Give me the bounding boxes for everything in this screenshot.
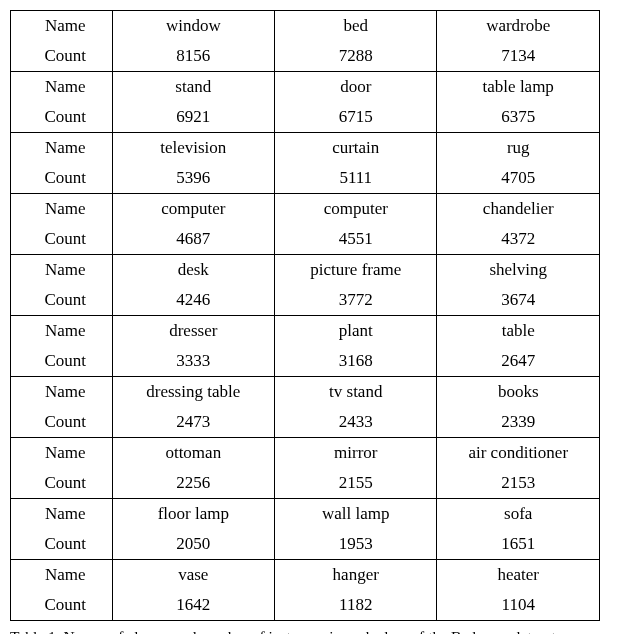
row-label-count: Count	[11, 102, 113, 133]
table-row: Namedresserplanttable	[11, 316, 600, 347]
row-label-name: Name	[11, 72, 113, 103]
class-name-cell: hanger	[275, 560, 437, 591]
class-name-cell: plant	[275, 316, 437, 347]
table-row: Namefloor lampwall lampsofa	[11, 499, 600, 530]
class-name-cell: ottoman	[112, 438, 274, 469]
class-count-table-container: NamewindowbedwardrobeCount815672887134Na…	[10, 10, 600, 621]
table-row: Namevasehangerheater	[11, 560, 600, 591]
class-count-cell: 4372	[437, 224, 600, 255]
class-name-cell: heater	[437, 560, 600, 591]
class-name-cell: wall lamp	[275, 499, 437, 530]
class-count-cell: 3168	[275, 346, 437, 377]
row-label-name: Name	[11, 316, 113, 347]
class-name-cell: tv stand	[275, 377, 437, 408]
class-name-cell: window	[112, 11, 274, 42]
table-body: NamewindowbedwardrobeCount815672887134Na…	[11, 11, 600, 621]
table-row: Count164211821104	[11, 590, 600, 621]
class-count-cell: 4705	[437, 163, 600, 194]
class-count-cell: 3333	[112, 346, 274, 377]
class-count-cell: 2050	[112, 529, 274, 560]
table-row: Count333331682647	[11, 346, 600, 377]
class-name-cell: computer	[275, 194, 437, 225]
class-name-cell: table	[437, 316, 600, 347]
class-name-cell: books	[437, 377, 600, 408]
table-row: Count424637723674	[11, 285, 600, 316]
class-count-cell: 4246	[112, 285, 274, 316]
row-label-name: Name	[11, 499, 113, 530]
class-name-cell: dresser	[112, 316, 274, 347]
class-name-cell: air conditioner	[437, 438, 600, 469]
table-row: Namedeskpicture frameshelving	[11, 255, 600, 286]
class-count-cell: 2473	[112, 407, 274, 438]
class-count-cell: 6921	[112, 102, 274, 133]
class-count-cell: 5111	[275, 163, 437, 194]
class-count-cell: 5396	[112, 163, 274, 194]
class-count-cell: 2256	[112, 468, 274, 499]
class-name-cell: table lamp	[437, 72, 600, 103]
row-label-count: Count	[11, 163, 113, 194]
table-row: Count247324332339	[11, 407, 600, 438]
class-count-cell: 2647	[437, 346, 600, 377]
row-label-count: Count	[11, 285, 113, 316]
class-count-cell: 1642	[112, 590, 274, 621]
row-label-count: Count	[11, 41, 113, 72]
row-label-name: Name	[11, 377, 113, 408]
class-count-cell: 1182	[275, 590, 437, 621]
row-label-name: Name	[11, 438, 113, 469]
class-count-cell: 6375	[437, 102, 600, 133]
row-label-name: Name	[11, 560, 113, 591]
class-count-cell: 2153	[437, 468, 600, 499]
class-count-cell: 1651	[437, 529, 600, 560]
class-name-cell: shelving	[437, 255, 600, 286]
row-label-count: Count	[11, 529, 113, 560]
class-name-cell: vase	[112, 560, 274, 591]
class-name-cell: computer	[112, 194, 274, 225]
row-label-count: Count	[11, 224, 113, 255]
table-row: Nametelevisioncurtainrug	[11, 133, 600, 164]
table-row: Count815672887134	[11, 41, 600, 72]
row-label-name: Name	[11, 255, 113, 286]
class-count-cell: 7134	[437, 41, 600, 72]
row-label-count: Count	[11, 346, 113, 377]
class-name-cell: picture frame	[275, 255, 437, 286]
class-count-cell: 2433	[275, 407, 437, 438]
row-label-count: Count	[11, 590, 113, 621]
class-name-cell: curtain	[275, 133, 437, 164]
class-count-cell: 1104	[437, 590, 600, 621]
row-label-name: Name	[11, 133, 113, 164]
class-name-cell: sofa	[437, 499, 600, 530]
row-label-name: Name	[11, 194, 113, 225]
class-count-cell: 3674	[437, 285, 600, 316]
table-row: Count205019531651	[11, 529, 600, 560]
row-label-count: Count	[11, 468, 113, 499]
class-name-cell: stand	[112, 72, 274, 103]
table-row: Namewindowbedwardrobe	[11, 11, 600, 42]
class-name-cell: wardrobe	[437, 11, 600, 42]
class-name-cell: rug	[437, 133, 600, 164]
class-name-cell: bed	[275, 11, 437, 42]
table-row: Namecomputercomputerchandelier	[11, 194, 600, 225]
class-name-cell: desk	[112, 255, 274, 286]
class-name-cell: door	[275, 72, 437, 103]
class-count-cell: 2339	[437, 407, 600, 438]
class-count-cell: 4551	[275, 224, 437, 255]
class-count-cell: 2155	[275, 468, 437, 499]
table-row: Nameottomanmirrorair conditioner	[11, 438, 600, 469]
row-label-name: Name	[11, 11, 113, 42]
class-count-cell: 3772	[275, 285, 437, 316]
class-name-cell: floor lamp	[112, 499, 274, 530]
class-name-cell: mirror	[275, 438, 437, 469]
table-row: Count692167156375	[11, 102, 600, 133]
row-label-count: Count	[11, 407, 113, 438]
table-caption: Table 1. Names of classes and number of …	[10, 627, 630, 634]
class-name-cell: dressing table	[112, 377, 274, 408]
table-row: Namedressing tabletv standbooks	[11, 377, 600, 408]
class-count-cell: 8156	[112, 41, 274, 72]
table-row: Count539651114705	[11, 163, 600, 194]
class-name-cell: television	[112, 133, 274, 164]
table-row: Count225621552153	[11, 468, 600, 499]
table-row: Count468745514372	[11, 224, 600, 255]
class-count-cell: 4687	[112, 224, 274, 255]
class-count-cell: 7288	[275, 41, 437, 72]
class-count-cell: 6715	[275, 102, 437, 133]
